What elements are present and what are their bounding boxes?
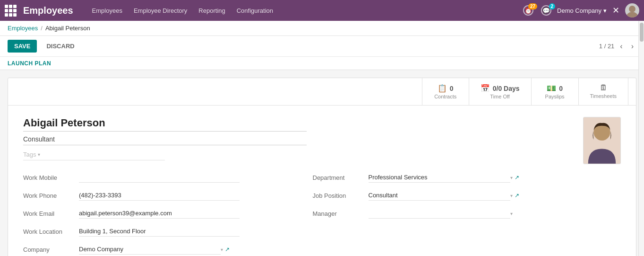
job-position-row: Job Position Consultant ▾ ↗ (313, 188, 565, 203)
company-dropdown-icon: ▾ (603, 7, 607, 14)
breadcrumb-separator: / (41, 25, 43, 32)
department-row: Department Professional Services ▾ ↗ (313, 170, 565, 185)
next-record-button[interactable]: › (628, 41, 636, 52)
employee-photo-image (584, 117, 620, 164)
manager-dropdown-arrow: ▾ (510, 211, 513, 216)
job-position-select-wrapper: Consultant ▾ ↗ (369, 190, 529, 201)
time-off-count-row: 📅 0/0 Days (481, 84, 520, 93)
timesheets-icon: 🗓 (600, 84, 607, 92)
manager-label: Manager (313, 210, 365, 217)
fields-left: Work Mobile Work Phone Work Email (23, 170, 294, 256)
department-external-link[interactable]: ↗ (515, 174, 519, 181)
timesheets-label: Timesheets (590, 93, 617, 99)
calendar-icon: 📅 (481, 84, 490, 93)
timesheets-count-row: 🗓 (600, 84, 607, 92)
fields-grid: Work Mobile Work Phone Work Email (23, 170, 564, 256)
payslips-count: 0 (559, 85, 563, 92)
time-off-label: Time Off (490, 94, 510, 99)
department-label: Department (313, 174, 365, 181)
work-phone-label: Work Phone (23, 192, 75, 199)
topbar-right: ⏰ 27 💬 2 Demo Company ▾ ✕ (521, 3, 639, 18)
app-title: Employees (23, 5, 73, 16)
company-selector[interactable]: Demo Company ▾ (557, 7, 607, 14)
breadcrumb: Employees / Abigail Peterson (0, 21, 644, 36)
employee-form-right (574, 117, 621, 256)
money-icon: 💵 (547, 84, 556, 93)
time-off-count: 0/0 Days (493, 85, 520, 92)
contracts-label: Contracts (434, 94, 456, 99)
nav-employees[interactable]: Employees (87, 4, 127, 17)
notifications-btn[interactable]: ⏰ 27 (521, 4, 535, 17)
payslips-label: Payslips (545, 94, 565, 99)
tags-field[interactable]: Tags ▾ (23, 151, 165, 160)
work-phone-input[interactable] (79, 190, 240, 201)
scrollbar-thumb[interactable] (640, 23, 644, 42)
breadcrumb-parent[interactable]: Employees (8, 25, 38, 32)
employee-card: 📋 0 Contracts 📅 0/0 Days Time Off 💵 0 Pa… (8, 78, 636, 256)
company-label: Company (23, 246, 75, 253)
svg-point-0 (629, 6, 635, 12)
payslips-count-row: 💵 0 (547, 84, 563, 93)
contracts-count: 0 (450, 85, 454, 92)
svg-point-1 (627, 12, 638, 18)
contracts-button[interactable]: 📋 0 Contracts (422, 78, 469, 105)
pagination-text: 1 / 21 (599, 43, 615, 50)
nav-employee-directory[interactable]: Employee Directory (129, 4, 192, 17)
company-select-wrapper: Demo Company ▾ ↗ (79, 244, 240, 255)
employee-photo[interactable] (583, 117, 621, 164)
job-position-select[interactable]: Consultant (369, 190, 510, 201)
work-phone-row: Work Phone (23, 188, 294, 203)
employee-name-input[interactable] (23, 117, 307, 132)
tags-dropdown-icon: ▾ (38, 152, 40, 157)
time-off-button[interactable]: 📅 0/0 Days Time Off (469, 78, 532, 105)
work-email-row: Work Email (23, 206, 294, 221)
department-select[interactable]: Professional Services (369, 172, 510, 183)
smart-buttons-row: 📋 0 Contracts 📅 0/0 Days Time Off 💵 0 Pa… (8, 78, 636, 106)
save-button[interactable]: SAVE (8, 40, 37, 53)
launch-plan-bar: LAUNCH PLAN (0, 57, 644, 70)
work-email-input[interactable] (79, 208, 240, 219)
close-button[interactable]: ✕ (610, 5, 621, 16)
employee-form: Tags ▾ Work Mobile Work Phone (8, 106, 636, 256)
scrollbar[interactable] (638, 21, 644, 256)
manager-select[interactable] (369, 208, 510, 219)
company-select[interactable]: Demo Company (79, 244, 221, 255)
job-position-external-link[interactable]: ↗ (515, 192, 519, 199)
main-nav: Employees Employee Directory Reporting C… (87, 4, 516, 17)
work-mobile-row: Work Mobile (23, 170, 294, 185)
apps-icon[interactable] (5, 5, 17, 17)
tags-placeholder: Tags (23, 151, 36, 158)
job-position-label: Job Position (313, 192, 365, 199)
work-mobile-label: Work Mobile (23, 174, 75, 181)
manager-row: Manager ▾ (313, 206, 565, 221)
main-content: 📋 0 Contracts 📅 0/0 Days Time Off 💵 0 Pa… (0, 70, 644, 256)
launch-plan-link[interactable]: LAUNCH PLAN (8, 60, 51, 67)
nav-reporting[interactable]: Reporting (194, 4, 230, 17)
work-location-label: Work Location (23, 228, 75, 235)
work-location-row: Work Location (23, 224, 294, 239)
contracts-icon: 📋 (438, 84, 447, 93)
contracts-count-row: 📋 0 (438, 84, 454, 93)
messages-btn[interactable]: 💬 2 (539, 4, 553, 17)
topbar: Employees Employees Employee Directory R… (0, 0, 644, 21)
department-select-wrapper: Professional Services ▾ ↗ (369, 172, 529, 183)
work-email-label: Work Email (23, 210, 75, 217)
work-mobile-input[interactable] (79, 172, 240, 183)
breadcrumb-current: Abigail Peterson (45, 25, 90, 32)
user-avatar[interactable] (625, 3, 639, 18)
job-position-dropdown-arrow: ▾ (510, 193, 513, 198)
manager-select-wrapper: ▾ (369, 208, 529, 219)
fields-right: Department Professional Services ▾ ↗ Job… (294, 170, 565, 256)
timesheets-button[interactable]: 🗓 Timesheets (579, 78, 628, 105)
pagination: 1 / 21 ‹ › (599, 41, 636, 52)
work-location-input[interactable] (79, 226, 240, 237)
nav-configuration[interactable]: Configuration (232, 4, 278, 17)
discard-button[interactable]: DISCARD (42, 40, 79, 53)
prev-record-button[interactable]: ‹ (617, 41, 625, 52)
employee-job-title-input[interactable] (23, 135, 307, 145)
company-row: Company Demo Company ▾ ↗ (23, 242, 294, 256)
action-bar: SAVE DISCARD 1 / 21 ‹ › (0, 36, 644, 57)
company-name: Demo Company (557, 7, 601, 14)
payslips-button[interactable]: 💵 0 Payslips (532, 78, 579, 105)
company-external-link[interactable]: ↗ (225, 246, 230, 253)
